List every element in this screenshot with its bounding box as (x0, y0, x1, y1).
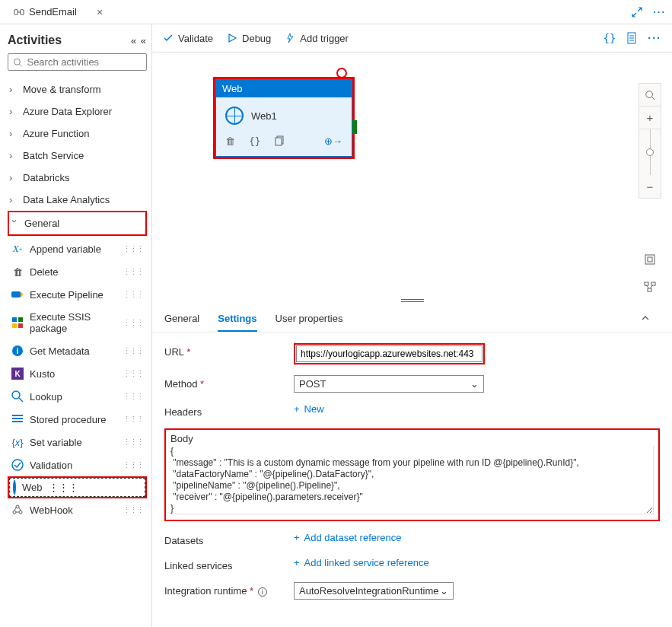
tab-overflow-icon[interactable]: ··· (653, 6, 666, 18)
pipeline-tab[interactable]: SendEmail × (6, 0, 110, 24)
collapse-props-icon[interactable] (640, 313, 660, 332)
svg-line-38 (646, 285, 649, 288)
stored-proc-icon (11, 413, 24, 425)
collapse-sidebar-icon[interactable]: « « (131, 35, 147, 46)
activity-set-variable[interactable]: {x}Set variable⋮⋮⋮ (8, 431, 147, 454)
svg-rect-19 (12, 421, 23, 422)
activity-kusto[interactable]: KKusto⋮⋮⋮ (8, 362, 147, 385)
plus-icon: + (294, 403, 300, 415)
activity-webhook[interactable]: WebHook⋮⋮⋮ (8, 498, 147, 521)
pipeline-canvas[interactable]: Web Web1 🗑 {} ⊕→ (152, 53, 672, 296)
activity-append-variable[interactable]: X+Append variable⋮⋮⋮ (8, 237, 147, 260)
plus-icon: + (294, 557, 300, 568)
activity-web[interactable]: Web ⋮⋮⋮ (9, 478, 145, 497)
method-select[interactable]: POST⌄ (294, 375, 484, 393)
kusto-icon: K (11, 368, 24, 380)
document-icon[interactable] (626, 32, 637, 44)
globe-icon (13, 482, 16, 493)
zoom-out-icon[interactable]: − (639, 175, 661, 198)
add-trigger-button[interactable]: Add trigger (285, 33, 349, 44)
activity-stored-procedure[interactable]: Stored procedure⋮⋮⋮ (8, 408, 147, 431)
integration-runtime-select[interactable]: AutoResolveIntegrationRuntime⌄ (294, 582, 454, 600)
add-header-button[interactable]: +New (294, 403, 324, 415)
code-icon[interactable]: {} (603, 32, 616, 44)
datasets-label: Datasets (164, 532, 294, 546)
expand-icon[interactable] (632, 7, 642, 18)
delete-node-icon[interactable]: 🗑 (225, 135, 235, 148)
drag-icon: ⋮⋮⋮ (123, 290, 143, 300)
linked-services-label: Linked services (164, 557, 294, 571)
activity-execute-pipeline[interactable]: Execute Pipeline⋮⋮⋮ (8, 283, 147, 306)
svg-line-32 (652, 97, 655, 100)
drag-icon: ⋮⋮⋮ (123, 505, 143, 515)
debug-button[interactable]: Debug (227, 33, 271, 44)
drag-icon: ⋮⋮⋮ (123, 438, 143, 447)
trigger-icon (285, 33, 295, 43)
cat-general[interactable]: ›General (9, 212, 145, 234)
activity-lookup[interactable]: Lookup⋮⋮⋮ (8, 385, 147, 408)
zoom-slider[interactable] (646, 129, 654, 175)
method-label: Method * (164, 375, 294, 390)
svg-marker-24 (229, 34, 236, 42)
globe-icon (225, 107, 244, 125)
svg-point-20 (12, 460, 23, 470)
svg-rect-10 (18, 323, 23, 328)
activities-panel: Activities « « ›Move & transform ›Azure … (0, 24, 152, 627)
copy-node-icon[interactable] (275, 135, 285, 148)
svg-rect-7 (12, 317, 17, 322)
cat-data-lake-analytics[interactable]: ›Data Lake Analytics (8, 189, 147, 211)
ssis-icon (11, 317, 24, 329)
drag-icon: ⋮⋮⋮ (123, 318, 143, 328)
append-variable-icon: X+ (11, 243, 24, 255)
body-textarea[interactable] (170, 446, 654, 514)
svg-rect-0 (14, 9, 18, 14)
tab-general[interactable]: General (164, 313, 199, 332)
svg-point-22 (19, 511, 22, 514)
expand-node-icon[interactable]: ⊕→ (324, 135, 342, 148)
svg-text:K: K (14, 370, 21, 378)
close-icon[interactable]: × (97, 6, 103, 18)
webhook-icon (11, 504, 24, 516)
add-dataset-button[interactable]: +Add dataset reference (294, 532, 402, 543)
layout-icon[interactable] (639, 278, 661, 296)
svg-rect-17 (12, 415, 23, 416)
cat-azure-data-explorer[interactable]: ›Azure Data Explorer (8, 100, 147, 123)
node-output-connector[interactable] (352, 120, 357, 134)
web-activity-node[interactable]: Web Web1 🗑 {} ⊕→ (215, 79, 352, 157)
fit-icon[interactable] (639, 250, 661, 269)
drag-icon: ⋮⋮⋮ (49, 482, 78, 493)
svg-rect-34 (648, 257, 652, 262)
drag-icon: ⋮⋮⋮ (123, 369, 143, 379)
activity-get-metadata[interactable]: iGet Metadata⋮⋮⋮ (8, 339, 147, 362)
code-node-icon[interactable]: {} (249, 135, 261, 148)
chevron-down-icon: ⌄ (440, 585, 448, 597)
activity-execute-ssis[interactable]: Execute SSIS package⋮⋮⋮ (8, 306, 147, 339)
activity-validation[interactable]: Validation⋮⋮⋮ (8, 454, 147, 476)
add-linked-service-button[interactable]: +Add linked service reference (294, 557, 429, 568)
cat-azure-function[interactable]: ›Azure Function (8, 123, 147, 145)
integration-runtime-label: Integration runtime * i (164, 582, 294, 597)
panel-resize-handle[interactable] (152, 296, 672, 305)
zoom-in-icon[interactable]: + (639, 107, 661, 129)
search-canvas-icon[interactable] (639, 84, 661, 107)
search-activities-input[interactable] (8, 53, 147, 71)
svg-rect-36 (651, 282, 655, 285)
drag-icon: ⋮⋮⋮ (123, 392, 143, 402)
svg-rect-30 (275, 138, 282, 145)
info-icon[interactable]: i (258, 587, 267, 597)
overflow-icon[interactable]: ··· (648, 32, 661, 44)
validate-button[interactable]: Validate (163, 33, 213, 44)
cat-batch-service[interactable]: ›Batch Service (8, 145, 147, 167)
check-icon (163, 33, 174, 43)
svg-point-31 (646, 91, 653, 97)
url-input[interactable] (296, 345, 483, 362)
activity-delete[interactable]: 🗑Delete⋮⋮⋮ (8, 260, 147, 283)
cat-databricks[interactable]: ›Databricks (8, 167, 147, 189)
svg-line-4 (20, 64, 22, 66)
cat-move-transform[interactable]: ›Move & transform (8, 78, 147, 100)
svg-rect-8 (18, 317, 23, 322)
chevron-down-icon: ⌄ (470, 378, 479, 390)
tab-user-properties[interactable]: User properties (275, 313, 343, 332)
delete-icon: 🗑 (11, 266, 24, 278)
tab-settings[interactable]: Settings (218, 313, 256, 332)
